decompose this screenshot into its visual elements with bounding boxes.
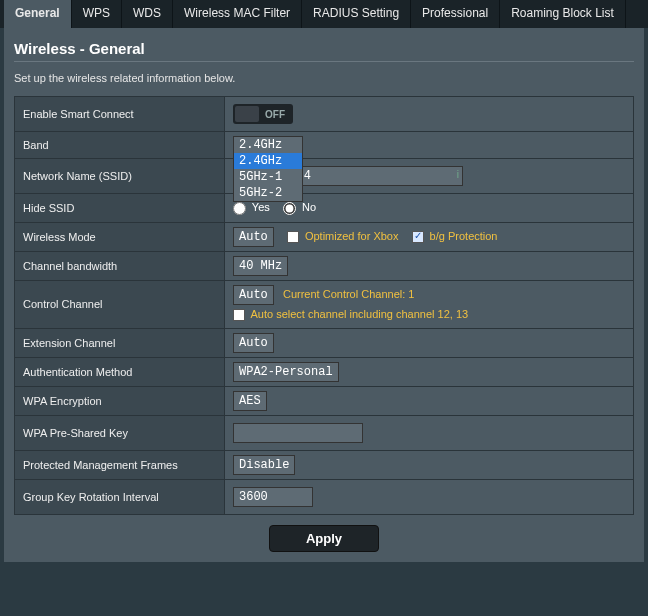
- hide-ssid-no[interactable]: No: [283, 201, 316, 213]
- tab-professional[interactable]: Professional: [411, 0, 500, 28]
- label-ssid: Network Name (SSID): [15, 159, 225, 194]
- tab-radius[interactable]: RADIUS Setting: [302, 0, 411, 28]
- ext-channel-select[interactable]: Auto: [233, 333, 274, 353]
- label-smart-connect: Enable Smart Connect: [15, 97, 225, 132]
- wpa-psk-input[interactable]: [233, 423, 363, 443]
- label-wpa-enc: WPA Encryption: [15, 386, 225, 415]
- auto-select-channel-label: Auto select channel including channel 12…: [250, 308, 468, 320]
- label-wireless-mode: Wireless Mode: [15, 222, 225, 251]
- info-icon[interactable]: i: [457, 169, 459, 180]
- control-channel-select[interactable]: Auto: [233, 285, 274, 305]
- page-description: Set up the wireless related information …: [14, 72, 634, 84]
- band-option-5ghz-1[interactable]: 5GHz-1: [234, 169, 302, 185]
- tab-bar: General WPS WDS Wireless MAC Filter RADI…: [0, 0, 648, 28]
- label-auth-method: Authentication Method: [15, 357, 225, 386]
- main-panel: Wireless - General Set up the wireless r…: [4, 28, 644, 562]
- bg-protection-label: b/g Protection: [430, 230, 498, 242]
- auto-select-channel-checkbox[interactable]: [233, 309, 245, 321]
- apply-button[interactable]: Apply: [269, 525, 379, 552]
- label-channel-bw: Channel bandwidth: [15, 251, 225, 280]
- current-control-channel: Current Control Channel: 1: [283, 288, 414, 300]
- hide-ssid-yes[interactable]: Yes: [233, 201, 270, 213]
- group-key-input[interactable]: [233, 487, 313, 507]
- label-ext-channel: Extension Channel: [15, 328, 225, 357]
- toggle-off-label: OFF: [265, 109, 285, 120]
- band-option-2-4ghz[interactable]: 2.4GHz: [234, 153, 302, 169]
- label-pmf: Protected Management Frames: [15, 450, 225, 479]
- tab-roaming-block[interactable]: Roaming Block List: [500, 0, 626, 28]
- xbox-checkbox[interactable]: [287, 231, 299, 243]
- band-select-open[interactable]: 2.4GHz 2.4GHz 5GHz-1 5GHz-2: [233, 136, 303, 202]
- settings-table: Enable Smart Connect OFF Band 2.4GHz 2.4…: [14, 96, 634, 515]
- tab-wds[interactable]: WDS: [122, 0, 173, 28]
- toggle-knob: [235, 106, 259, 122]
- tab-wps[interactable]: WPS: [72, 0, 122, 28]
- label-control-channel: Control Channel: [15, 280, 225, 328]
- label-band: Band: [15, 132, 225, 159]
- bg-protection-checkbox[interactable]: [412, 231, 424, 243]
- tab-mac-filter[interactable]: Wireless MAC Filter: [173, 0, 302, 28]
- label-group-key: Group Key Rotation Interval: [15, 479, 225, 514]
- label-wpa-psk: WPA Pre-Shared Key: [15, 415, 225, 450]
- pmf-select[interactable]: Disable: [233, 455, 295, 475]
- wireless-mode-select[interactable]: Auto: [233, 227, 274, 247]
- auth-method-select[interactable]: WPA2-Personal: [233, 362, 339, 382]
- band-option-5ghz-2[interactable]: 5GHz-2: [234, 185, 302, 201]
- divider: [14, 61, 634, 62]
- channel-bw-select[interactable]: 40 MHz: [233, 256, 288, 276]
- xbox-label: Optimized for Xbox: [305, 230, 399, 242]
- label-hide-ssid: Hide SSID: [15, 194, 225, 223]
- tab-general[interactable]: General: [4, 0, 72, 28]
- smart-connect-toggle[interactable]: OFF: [233, 104, 293, 124]
- band-selected-display: 2.4GHz: [234, 137, 302, 153]
- page-title: Wireless - General: [14, 40, 634, 57]
- wpa-enc-select[interactable]: AES: [233, 391, 267, 411]
